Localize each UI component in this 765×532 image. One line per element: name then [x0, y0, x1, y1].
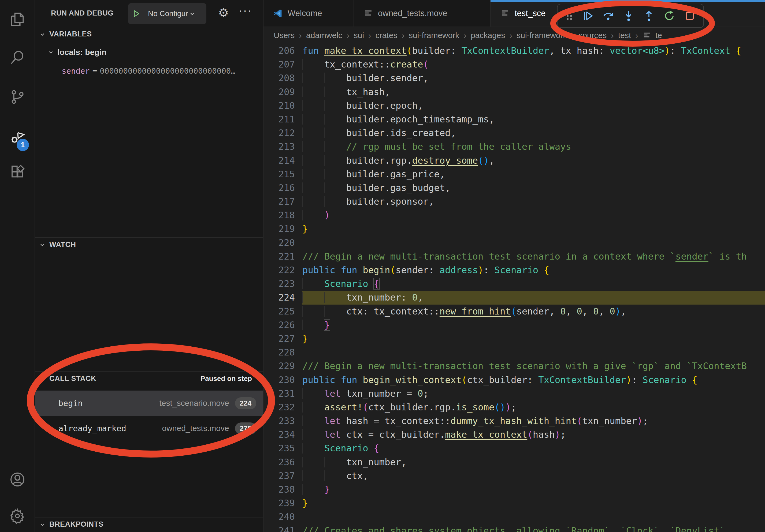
line-number[interactable]: 225: [264, 305, 295, 318]
sidebar-item-extensions[interactable]: [0, 159, 35, 185]
continue-button[interactable]: [578, 6, 597, 25]
breadcrumb-item[interactable]: sui-framework: [409, 31, 459, 40]
variable-row-sender[interactable]: sender=0000000000000000000000000000…: [62, 67, 236, 76]
code-line-213[interactable]: 213 // rgp must be set from the caller a…: [264, 140, 765, 153]
line-number[interactable]: 231: [264, 387, 295, 400]
code-line-226[interactable]: 226 }: [264, 318, 765, 332]
line-number[interactable]: 240: [264, 510, 295, 524]
line-number[interactable]: 234: [264, 428, 295, 441]
line-number[interactable]: 209: [264, 85, 295, 99]
line-number[interactable]: 213: [264, 140, 295, 153]
more-actions-icon[interactable]: ···: [239, 4, 252, 17]
debug-settings-gear-icon[interactable]: ⚙: [218, 6, 229, 20]
code-line-225[interactable]: 225 ctx: tx_context::new_from_hint(sende…: [264, 305, 765, 318]
code-line-223[interactable]: 223 Scenario {: [264, 277, 765, 291]
code-line-228[interactable]: 228: [264, 346, 765, 359]
tab-welcome[interactable]: Welcome: [264, 0, 354, 27]
line-number[interactable]: 218: [264, 208, 295, 222]
line-number[interactable]: 210: [264, 99, 295, 113]
account-button[interactable]: [0, 467, 35, 492]
sidebar-item-explorer[interactable]: [0, 6, 35, 32]
line-number[interactable]: 207: [264, 58, 295, 71]
code-line-216[interactable]: 216 builder.gas_budget,: [264, 181, 765, 195]
breadcrumb-item[interactable]: sui-framework: [516, 31, 567, 40]
line-number[interactable]: 241: [264, 524, 295, 532]
code-line-210[interactable]: 210 builder.epoch,: [264, 99, 765, 113]
code-line-217[interactable]: 217 builder.sponsor,: [264, 195, 765, 208]
code-line-237[interactable]: 237 ctx,: [264, 469, 765, 483]
line-number[interactable]: 232: [264, 400, 295, 414]
call-stack-frame-begin[interactable]: begintest_scenario.move224: [35, 391, 263, 416]
settings-button[interactable]: [0, 503, 35, 529]
code-line-234[interactable]: 234 let ctx = ctx_builder.make_tx_contex…: [264, 428, 765, 441]
line-number[interactable]: 212: [264, 126, 295, 140]
line-number[interactable]: 211: [264, 113, 295, 126]
code-editor[interactable]: 206fun make_tx_context(builder: TxContex…: [264, 44, 765, 532]
code-line-233[interactable]: 233 let hash = tx_context::dummy_tx_hash…: [264, 414, 765, 428]
code-line-224[interactable]: 224 txn_number: 0,: [264, 291, 765, 304]
code-line-212[interactable]: 212 builder.ids_created,: [264, 126, 765, 140]
code-line-240[interactable]: 240: [264, 510, 765, 524]
code-line-206[interactable]: 206fun make_tx_context(builder: TxContex…: [264, 44, 765, 58]
breadcrumb-item[interactable]: crates: [376, 31, 397, 40]
call-stack-section-header[interactable]: CALL STACK Paused on step: [39, 375, 256, 383]
code-line-236[interactable]: 236 txn_number,: [264, 455, 765, 469]
code-line-230[interactable]: 230public fun begin_with_context(ctx_bui…: [264, 373, 765, 387]
code-line-214[interactable]: 214 builder.rgp.destroy_some(),: [264, 154, 765, 167]
code-line-229[interactable]: 229/// Begin a new multi-transaction tes…: [264, 359, 765, 373]
step-into-button[interactable]: [619, 6, 638, 25]
line-number[interactable]: 237: [264, 469, 295, 483]
line-number[interactable]: 229: [264, 359, 295, 373]
debug-configuration-dropdown[interactable]: No Configur: [128, 3, 206, 24]
line-number[interactable]: 224: [264, 291, 295, 304]
tab-owned-tests-move[interactable]: owned_tests.move: [354, 0, 490, 27]
breadcrumb-item[interactable]: packages: [471, 31, 505, 40]
line-number[interactable]: 236: [264, 455, 295, 469]
line-number[interactable]: 239: [264, 496, 295, 510]
watch-section-header[interactable]: WATCH: [39, 241, 76, 249]
breadcrumb-item[interactable]: sui: [354, 31, 364, 40]
line-number[interactable]: 238: [264, 483, 295, 496]
line-number[interactable]: 214: [264, 154, 295, 167]
sidebar-item-source-control[interactable]: [0, 84, 35, 110]
code-line-221[interactable]: 221/// Begin a new multi-transaction tes…: [264, 250, 765, 263]
breadcrumb-item[interactable]: sources: [578, 31, 607, 40]
code-line-241[interactable]: 241/// Creates and shares system objects…: [264, 524, 765, 532]
code-line-207[interactable]: 207 tx_context::create(: [264, 58, 765, 71]
line-number[interactable]: 230: [264, 373, 295, 387]
line-number[interactable]: 235: [264, 441, 295, 455]
step-over-button[interactable]: [599, 6, 618, 25]
code-line-232[interactable]: 232 assert!(ctx_builder.rgp.is_some());: [264, 400, 765, 414]
step-out-button[interactable]: [640, 6, 658, 25]
line-number[interactable]: 222: [264, 263, 295, 277]
code-line-238[interactable]: 238 }: [264, 483, 765, 496]
code-line-218[interactable]: 218 ): [264, 208, 765, 222]
breakpoints-section-header[interactable]: BREAKPOINTS: [39, 520, 104, 529]
line-number[interactable]: 228: [264, 346, 295, 359]
line-number[interactable]: 221: [264, 250, 295, 263]
code-line-231[interactable]: 231 let txn_number = 0;: [264, 387, 765, 400]
code-line-235[interactable]: 235 Scenario {: [264, 441, 765, 455]
locals-scope-row[interactable]: locals: begin: [47, 48, 106, 57]
call-stack-frame-already_marked[interactable]: already_markedowned_tests.move275: [35, 416, 263, 441]
line-number[interactable]: 233: [264, 414, 295, 428]
breadcrumb-item[interactable]: Users: [274, 31, 295, 40]
breadcrumb-item[interactable]: test: [618, 31, 631, 40]
code-line-211[interactable]: 211 builder.epoch_timestamp_ms,: [264, 113, 765, 126]
line-number[interactable]: 206: [264, 44, 295, 58]
stop-button[interactable]: [680, 6, 699, 25]
line-number[interactable]: 215: [264, 167, 295, 181]
code-line-215[interactable]: 215 builder.gas_price,: [264, 167, 765, 181]
start-debugging-button[interactable]: [128, 3, 144, 24]
line-number[interactable]: 220: [264, 236, 295, 250]
line-number[interactable]: 208: [264, 71, 295, 85]
drag-handle-icon[interactable]: [562, 8, 577, 23]
line-number[interactable]: 216: [264, 181, 295, 195]
code-line-209[interactable]: 209 tx_hash,: [264, 85, 765, 99]
line-number[interactable]: 226: [264, 318, 295, 332]
variables-section-header[interactable]: VARIABLES: [39, 30, 92, 38]
code-line-222[interactable]: 222public fun begin(sender: address): Sc…: [264, 263, 765, 277]
breadcrumb-item[interactable]: adamwelc: [306, 31, 342, 40]
restart-button[interactable]: [660, 6, 679, 25]
code-line-219[interactable]: 219}: [264, 222, 765, 236]
